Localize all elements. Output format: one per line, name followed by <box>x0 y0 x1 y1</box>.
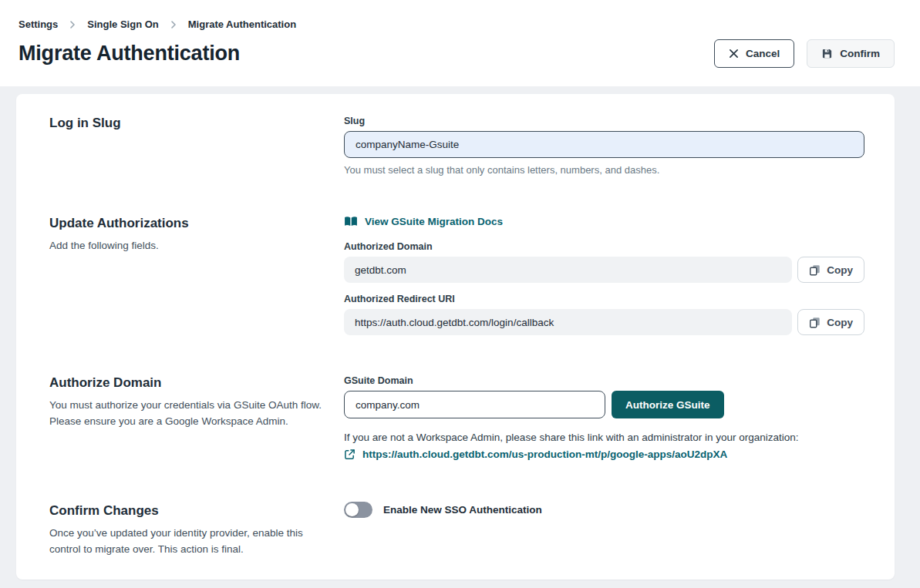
slug-helper-text: You must select a slug that only contain… <box>344 164 864 176</box>
breadcrumb: Settings Single Sign On Migrate Authenti… <box>19 18 895 30</box>
gsuite-migration-docs-link[interactable]: View GSuite Migration Docs <box>344 216 503 227</box>
authorized-redirect-uri-value: https://auth.cloud.getdbt.com/login/call… <box>344 309 792 335</box>
update-authorizations-description: Add the following fields. <box>49 238 327 254</box>
close-icon <box>729 49 739 59</box>
update-authorizations-heading: Update Authorizations <box>49 216 327 231</box>
confirm-changes-description: Once you’ve updated your identity provid… <box>49 526 327 558</box>
authorized-domain-label: Authorized Domain <box>344 241 864 252</box>
chevron-right-icon <box>69 20 76 29</box>
workspace-admin-share-text: If you are not a Workspace Admin, please… <box>344 432 864 443</box>
chevron-right-icon <box>170 20 177 29</box>
page-header: Settings Single Sign On Migrate Authenti… <box>0 0 920 86</box>
copy-redirect-uri-button[interactable]: Copy <box>797 309 864 335</box>
gsuite-migration-docs-link-label: View GSuite Migration Docs <box>365 216 503 227</box>
page-title: Migrate Authentication <box>19 42 240 66</box>
authorized-domain-value: getdbt.com <box>344 257 792 283</box>
header-actions: Cancel Confirm <box>714 39 895 68</box>
breadcrumb-migrate-authentication: Migrate Authentication <box>188 18 296 30</box>
enable-sso-toggle[interactable] <box>344 502 372 518</box>
copy-authorized-domain-button[interactable]: Copy <box>797 257 864 283</box>
save-icon <box>821 48 833 59</box>
cancel-button[interactable]: Cancel <box>714 39 794 68</box>
authorize-domain-section: Authorize Domain You must authorize your… <box>49 375 864 463</box>
update-authorizations-section: Update Authorizations Add the following … <box>49 216 864 335</box>
authorize-domain-description: You must authorize your credentials via … <box>49 398 327 430</box>
login-slug-section: Log in Slug Slug You must select a slug … <box>49 116 864 176</box>
gsuite-domain-input[interactable] <box>344 391 605 418</box>
authorize-gsuite-button[interactable]: Authorize GSuite <box>612 391 724 418</box>
google-apps-share-link-label: https://auth.cloud.getdbt.com/us-product… <box>362 449 727 460</box>
confirm-button[interactable]: Confirm <box>807 39 895 68</box>
migrate-authentication-card: Log in Slug Slug You must select a slug … <box>16 94 895 580</box>
copy-icon <box>809 317 821 328</box>
toggle-knob <box>345 503 359 516</box>
slug-label: Slug <box>344 116 864 126</box>
google-apps-share-link[interactable]: https://auth.cloud.getdbt.com/us-product… <box>344 449 727 460</box>
copy-icon <box>809 264 821 276</box>
enable-sso-toggle-label: Enable New SSO Authentication <box>383 504 542 516</box>
gsuite-domain-label: GSuite Domain <box>344 375 864 386</box>
authorize-domain-heading: Authorize Domain <box>49 375 327 391</box>
copy-button-label: Copy <box>827 264 853 276</box>
confirm-changes-section: Confirm Changes Once you’ve updated your… <box>49 503 864 558</box>
cancel-button-label: Cancel <box>746 48 780 59</box>
confirm-changes-heading: Confirm Changes <box>49 503 327 519</box>
slug-input[interactable] <box>344 131 864 158</box>
confirm-button-label: Confirm <box>840 48 880 59</box>
book-icon <box>344 216 358 227</box>
breadcrumb-settings[interactable]: Settings <box>19 18 58 30</box>
authorized-redirect-uri-label: Authorized Redirect URI <box>344 294 864 304</box>
breadcrumb-single-sign-on[interactable]: Single Sign On <box>87 18 158 30</box>
copy-button-label: Copy <box>827 317 853 328</box>
external-link-icon <box>344 449 356 460</box>
login-slug-heading: Log in Slug <box>49 116 327 131</box>
